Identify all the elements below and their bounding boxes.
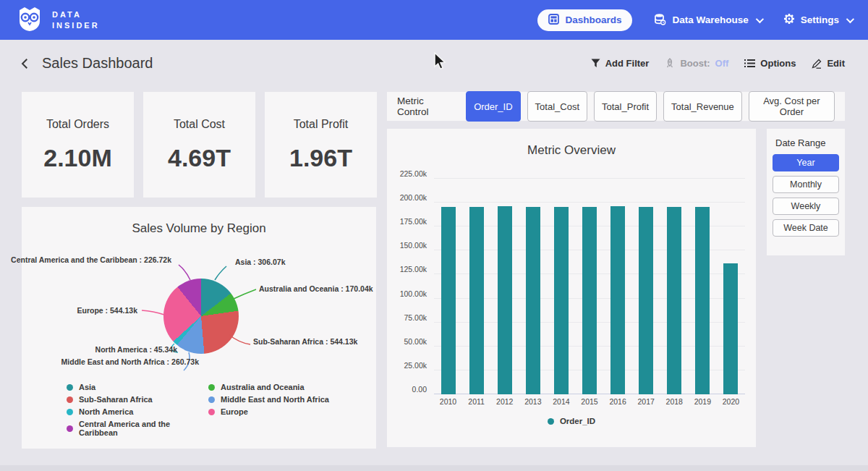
legend-dot <box>548 418 554 425</box>
legend-dot <box>208 409 215 415</box>
legend-item-middle-east[interactable]: Middle East and North Africa <box>208 395 329 404</box>
date-range-panel: Date Range Year Monthly Weekly Week Date <box>767 129 845 255</box>
kpi-value: 1.96T <box>289 144 352 172</box>
kpi-value: 4.69T <box>168 144 231 172</box>
x-axis-tick-label: 2017 <box>637 397 654 406</box>
legend-dot <box>67 409 73 415</box>
mouse-cursor <box>433 52 448 71</box>
brand-name: DATA INSIDER <box>52 9 100 31</box>
date-range-monthly-button[interactable]: Monthly <box>773 176 839 193</box>
legend-dot <box>67 396 73 403</box>
date-range-weekly-button[interactable]: Weekly <box>773 198 839 215</box>
bar-2012[interactable] <box>498 206 512 394</box>
metric-button-order-id[interactable]: Order_ID <box>466 91 520 122</box>
pie-label-australia-oceania: Australia and Oceania : 170.04k <box>259 284 373 293</box>
x-axis-tick-label: 2016 <box>609 397 626 406</box>
metric-control-label: Metric Control <box>397 96 456 117</box>
bar-chart-panel: Metric Overview 225.00k200.00k175.00k150… <box>387 129 756 447</box>
legend-item-australia-oceania[interactable]: Australia and Oceania <box>208 383 329 391</box>
x-axis-tick-label: 2013 <box>524 397 541 406</box>
legend-item-order-id[interactable]: Order_ID <box>548 417 595 425</box>
y-axis-tick-label: 50.00k <box>404 337 427 346</box>
x-axis-tick-label: 2019 <box>694 397 711 406</box>
kpi-label: Total Orders <box>46 118 109 131</box>
gear-icon <box>783 13 795 27</box>
date-range-year-button[interactable]: Year <box>773 154 839 171</box>
date-range-label: Date Range <box>775 137 839 148</box>
kpi-label: Total Cost <box>174 118 225 131</box>
bar-2015[interactable] <box>582 207 597 394</box>
navbar: DATA INSIDER Dashboards <box>0 0 868 40</box>
owl-logo-icon <box>16 5 43 35</box>
legend-dot <box>208 384 215 391</box>
bar-2016[interactable] <box>610 206 625 394</box>
bar-2011[interactable] <box>469 207 484 394</box>
y-axis-tick-label: 25.00k <box>404 361 427 370</box>
y-axis-tick-label: 125.00k <box>400 265 427 273</box>
y-axis-tick-label: 175.00k <box>400 217 427 226</box>
x-axis-tick-label: 2018 <box>666 397 683 406</box>
bar-chart-legend: Order_ID <box>387 417 756 425</box>
x-axis-tick-label: 2010 <box>440 397 456 406</box>
page-title: Sales Dashboard <box>42 55 153 72</box>
y-axis-tick-label: 75.00k <box>404 313 427 322</box>
chevron-down-icon <box>755 14 763 22</box>
rocket-icon <box>665 58 675 69</box>
edit-button[interactable]: Edit <box>812 58 845 69</box>
options-button[interactable]: Options <box>744 58 796 69</box>
y-axis-tick-label: 100.00k <box>400 289 427 298</box>
pie-label-north-america: North America : 45.34k <box>95 345 177 354</box>
kpi-total-orders: Total Orders 2.10M <box>22 92 134 198</box>
pie-label-sub-saharan-africa: Sub-Saharan Africa : 544.13k <box>253 337 357 346</box>
bar-2018[interactable] <box>667 207 681 394</box>
legend-item-north-america[interactable]: North America <box>67 407 208 416</box>
pie-label-europe: Europe : 544.13k <box>77 306 137 315</box>
legend-dot <box>67 384 73 391</box>
kpi-label: Total Profit <box>294 118 349 131</box>
y-axis-tick-label: 0.00 <box>412 385 427 394</box>
bar-2010[interactable] <box>441 207 456 394</box>
bar-chart-plot: 225.00k200.00k175.00k150.00k125.00k100.0… <box>434 179 745 394</box>
y-axis-tick-label: 200.00k <box>400 193 427 202</box>
date-range-week-date-button[interactable]: Week Date <box>773 219 839 237</box>
bar-2017[interactable] <box>639 207 653 394</box>
legend-item-sub-saharan-africa[interactable]: Sub-Saharan Africa <box>67 395 208 404</box>
metric-control-bar: Metric Control Order_ID Total_Cost Total… <box>387 92 845 121</box>
bar-2020[interactable] <box>723 263 738 394</box>
metric-button-total-cost[interactable]: Total_Cost <box>527 91 587 122</box>
nav-settings-button[interactable]: Settings <box>783 13 852 27</box>
add-filter-button[interactable]: Add Filter <box>591 58 650 69</box>
x-axis-tick-label: 2015 <box>581 397 597 406</box>
chevron-left-icon <box>19 57 32 70</box>
kpi-row: Total Orders 2.10M Total Cost 4.69T Tota… <box>22 92 377 198</box>
gridline <box>434 178 745 179</box>
legend-item-europe[interactable]: Europe <box>208 407 329 416</box>
bar-2019[interactable] <box>695 207 710 394</box>
nav-data-warehouse-button[interactable]: Data Warehouse <box>654 13 761 27</box>
pie-label-middle-east: Middle East and North Africa : 260.73k <box>61 357 199 366</box>
metric-button-total-profit[interactable]: Total_Profit <box>594 91 657 122</box>
legend-dot <box>67 425 73 432</box>
metric-button-total-revenue[interactable]: Total_Revenue <box>663 91 742 122</box>
brand[interactable]: DATA INSIDER <box>16 5 100 35</box>
bottom-strip <box>0 465 868 471</box>
legend-dot <box>208 396 215 403</box>
back-button[interactable] <box>19 57 32 70</box>
boost-state: Off <box>715 58 729 69</box>
metric-button-avg-cost-per-order[interactable]: Avg. Cost per Order <box>749 91 835 122</box>
database-icon <box>654 13 666 27</box>
list-icon <box>744 59 755 68</box>
nav-dashboards-button[interactable]: Dashboards <box>537 9 632 31</box>
filter-icon <box>591 59 600 68</box>
legend-item-asia[interactable]: Asia <box>67 383 208 391</box>
legend-item-central-america[interactable]: Central America and the Caribbean <box>67 420 208 437</box>
bar-2014[interactable] <box>554 207 569 394</box>
gridline <box>434 202 745 203</box>
x-axis-tick-label: 2011 <box>468 397 485 406</box>
y-axis-tick-label: 225.00k <box>400 169 427 178</box>
y-axis-tick-label: 150.00k <box>400 241 427 250</box>
kpi-total-profit: Total Profit 1.96T <box>265 92 377 198</box>
x-axis-tick-label: 2020 <box>723 397 739 406</box>
boost-toggle[interactable]: Boost: Off <box>665 58 728 69</box>
bar-2013[interactable] <box>526 207 540 394</box>
